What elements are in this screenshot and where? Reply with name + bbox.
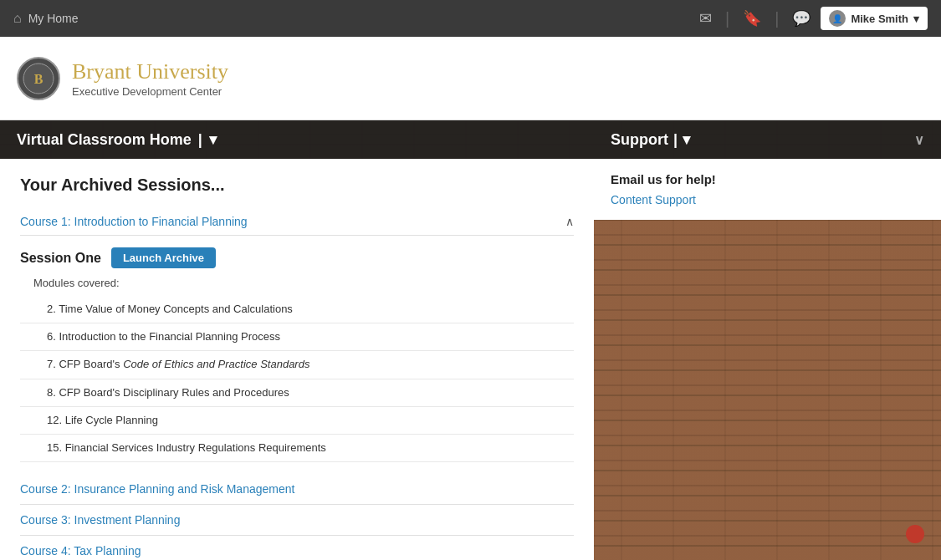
nav-icons: ✉ | 🔖 | 💬 <box>699 9 811 28</box>
right-panel: Support | ▾ ∨ Email us for help! Content… <box>594 120 941 560</box>
support-collapse-icon[interactable]: ∨ <box>914 132 924 148</box>
course3-link[interactable]: Course 3: Investment Planning <box>20 505 574 536</box>
session-header: Session One Launch Archive <box>20 247 574 268</box>
course1-label: Course 1: Introduction to Financial Plan… <box>20 215 248 228</box>
session-label: Session One <box>20 251 101 266</box>
main-area: Virtual Classroom Home | ▾ Your Archived… <box>0 120 941 560</box>
content-support-link[interactable]: Content Support <box>611 193 696 206</box>
user-menu-button[interactable]: 👤 Mike Smith ▾ <box>821 7 928 30</box>
bookmark-icon[interactable]: 🔖 <box>743 9 761 28</box>
archived-sessions-title: Your Archived Sessions... <box>20 176 574 195</box>
modules-label: Modules covered: <box>33 277 574 289</box>
support-pipe: | <box>673 131 678 149</box>
my-home-label[interactable]: My Home <box>28 12 79 25</box>
content-panel: Your Archived Sessions... Course 1: Intr… <box>0 159 594 560</box>
course1-link[interactable]: Course 1: Introduction to Financial Plan… <box>20 208 574 236</box>
session-block: Session One Launch Archive Modules cover… <box>20 247 574 462</box>
svg-text:B: B <box>34 72 43 86</box>
module-item: 7. CFP Board's Code of Ethics and Practi… <box>20 351 574 379</box>
university-name: Bryant University <box>72 59 228 84</box>
nav-left: ⌂ My Home <box>13 11 79 26</box>
chevron-up-icon[interactable]: ∧ <box>565 215 574 228</box>
support-header-left: Support | ▾ <box>611 130 690 149</box>
support-dropdown-icon[interactable]: ▾ <box>683 130 690 149</box>
nav-right: ✉ | 🔖 | 💬 👤 Mike Smith ▾ <box>699 7 928 30</box>
module-item: 2. Time Value of Money Concepts and Calc… <box>20 296 574 323</box>
avatar: 👤 <box>829 10 846 27</box>
support-content: Email us for help! Content Support <box>594 159 941 220</box>
module-item: 8. CFP Board's Disciplinary Rules and Pr… <box>20 379 574 407</box>
notification-dot[interactable] <box>906 525 924 543</box>
vc-pipe: | <box>198 131 202 149</box>
university-subtitle: Executive Development Center <box>72 85 228 98</box>
vc-title: Virtual Classroom Home <box>17 131 192 149</box>
module-item: 6. Introduction to the Financial Plannin… <box>20 323 574 351</box>
divider1: | <box>725 9 729 28</box>
page-header: B Bryant University Executive Developmen… <box>0 37 941 120</box>
user-dropdown-icon: ▾ <box>913 13 919 25</box>
virtual-classroom-header: Virtual Classroom Home | ▾ <box>0 120 594 159</box>
divider2: | <box>775 9 779 28</box>
university-logo: B <box>17 57 60 100</box>
user-name: Mike Smith <box>851 13 908 25</box>
vc-dropdown-icon[interactable]: ▾ <box>209 130 217 149</box>
home-icon: ⌂ <box>13 11 22 26</box>
support-title: Support <box>611 131 668 149</box>
launch-archive-button[interactable]: Launch Archive <box>111 247 216 268</box>
module-item: 15. Financial Services Industry Regulati… <box>20 435 574 462</box>
email-icon[interactable]: ✉ <box>699 9 712 28</box>
course2-link[interactable]: Course 2: Insurance Planning and Risk Ma… <box>20 474 574 505</box>
left-panel: Virtual Classroom Home | ▾ Your Archived… <box>0 120 594 560</box>
top-navigation: ⌂ My Home ✉ | 🔖 | 💬 👤 Mike Smith ▾ <box>0 0 941 37</box>
support-email-title: Email us for help! <box>611 172 924 186</box>
chat-icon[interactable]: 💬 <box>792 9 811 28</box>
support-header: Support | ▾ ∨ <box>594 120 941 159</box>
module-item: 12. Life Cycle Planning <box>20 407 574 435</box>
course4-link[interactable]: Course 4: Tax Planning <box>20 536 574 560</box>
university-info: Bryant University Executive Development … <box>72 59 228 97</box>
